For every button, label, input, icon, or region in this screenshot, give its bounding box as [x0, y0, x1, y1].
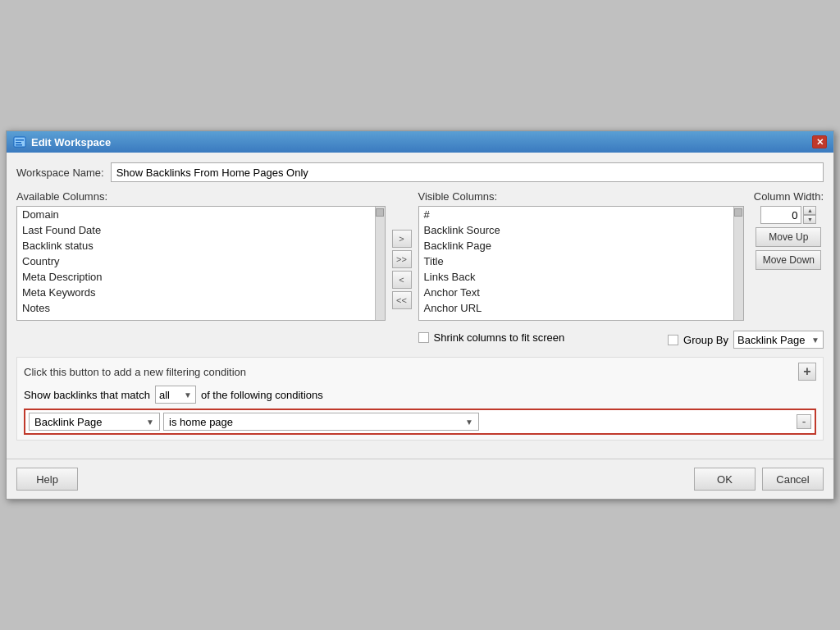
workspace-name-input[interactable]	[111, 162, 824, 182]
title-bar: Edit Workspace ✕	[7, 131, 833, 153]
available-columns-scrollbar[interactable]	[375, 207, 385, 320]
group-by-label: Group By	[683, 334, 728, 346]
move-up-button[interactable]: Move Up	[756, 227, 821, 247]
list-item[interactable]: Links Back	[419, 269, 733, 285]
group-by-checkbox[interactable]	[668, 335, 678, 345]
group-by-value: Backlink Page	[737, 334, 805, 346]
cancel-button[interactable]: Cancel	[762, 468, 824, 491]
column-width-panel: Column Width: ▲ ▼ Move Up Move Down	[747, 190, 824, 321]
move-left-all-button[interactable]: <<	[392, 291, 412, 309]
condition-row: Backlink Page ▼ is home page ▼ -	[24, 409, 816, 435]
condition-field-arrow-icon: ▼	[146, 418, 154, 427]
ok-button[interactable]: OK	[694, 468, 756, 491]
columns-section: Available Columns: Domain Last Found Dat…	[16, 190, 824, 349]
list-item[interactable]: Anchor URL	[419, 300, 733, 316]
column-width-input[interactable]	[760, 206, 801, 224]
title-bar-left: Edit Workspace	[13, 135, 111, 148]
shrink-columns-checkbox[interactable]	[418, 332, 429, 343]
window-icon	[13, 135, 26, 148]
list-item[interactable]: Backlink status	[17, 238, 375, 253]
column-width-down-button[interactable]: ▼	[803, 215, 816, 224]
list-item[interactable]: Backlink Source	[419, 222, 733, 238]
help-button[interactable]: Help	[16, 468, 78, 491]
match-dropdown[interactable]: all ▼	[155, 386, 196, 404]
column-width-up-button[interactable]: ▲	[803, 206, 816, 215]
list-item[interactable]: #	[419, 207, 733, 222]
move-right-all-button[interactable]: >>	[392, 250, 412, 268]
workspace-name-row: Workspace Name:	[16, 162, 824, 182]
filter-header-text: Click this button to add a new filtering…	[24, 366, 246, 378]
shrink-columns-row: Shrink columns to fit screen	[418, 331, 565, 344]
visible-columns-panel: Visible Columns: # Backlink Source Backl…	[418, 190, 744, 321]
svg-rect-1	[16, 139, 24, 141]
match-value: all	[159, 389, 170, 401]
filter-row-top: Show backlinks that match all ▼ of the f…	[24, 386, 816, 404]
condition-operator-arrow-icon: ▼	[465, 418, 473, 427]
visible-columns-label: Visible Columns:	[418, 190, 744, 203]
main-content: Workspace Name: Available Columns: Domai…	[7, 153, 833, 459]
column-width-label: Column Width:	[754, 190, 824, 203]
move-down-button[interactable]: Move Down	[756, 250, 821, 270]
svg-rect-2	[16, 142, 21, 144]
window-title: Edit Workspace	[31, 136, 111, 148]
filter-section: Click this button to add a new filtering…	[16, 357, 824, 441]
condition-operator-dropdown[interactable]: is home page ▼	[163, 413, 479, 431]
condition-field-value: Backlink Page	[34, 416, 102, 428]
move-right-one-button[interactable]: >	[392, 230, 412, 248]
list-item[interactable]: Title	[419, 253, 733, 269]
close-button[interactable]: ✕	[812, 135, 827, 148]
of-label: of the following conditions	[201, 389, 323, 401]
visible-columns-scrollbar[interactable]	[733, 207, 743, 320]
available-columns-content: Domain Last Found Date Backlink status C…	[17, 207, 375, 320]
available-columns-list: Domain Last Found Date Backlink status C…	[16, 206, 386, 321]
list-item[interactable]: Country	[17, 253, 375, 269]
column-width-spinner: ▲ ▼	[803, 206, 816, 224]
move-left-one-button[interactable]: <	[392, 271, 412, 289]
list-item[interactable]: Anchor Text	[419, 285, 733, 300]
list-item[interactable]: Notes	[17, 300, 375, 316]
right-panel-inner: Visible Columns: # Backlink Source Backl…	[418, 190, 824, 321]
match-arrow-icon: ▼	[184, 390, 192, 399]
footer-right: OK Cancel	[694, 468, 824, 491]
group-by-dropdown[interactable]: Backlink Page ▼	[733, 331, 824, 349]
condition-field-dropdown[interactable]: Backlink Page ▼	[29, 413, 160, 431]
filter-header: Click this button to add a new filtering…	[24, 363, 816, 381]
available-columns-label: Available Columns:	[16, 190, 386, 203]
shrink-columns-label: Shrink columns to fit screen	[434, 331, 565, 344]
footer: Help OK Cancel	[7, 459, 833, 499]
list-item[interactable]: Last Found Date	[17, 222, 375, 238]
visible-columns-list: # Backlink Source Backlink Page Title Li…	[418, 206, 744, 321]
add-condition-button[interactable]: +	[798, 363, 816, 381]
visible-columns-content: # Backlink Source Backlink Page Title Li…	[419, 207, 733, 320]
workspace-name-label: Workspace Name:	[16, 167, 104, 179]
group-by-row: Group By Backlink Page ▼	[668, 326, 824, 349]
show-label: Show backlinks that match	[24, 389, 150, 401]
list-item[interactable]: Backlink Page	[419, 238, 733, 253]
group-by-arrow-icon: ▼	[811, 336, 819, 345]
available-columns-panel: Available Columns: Domain Last Found Dat…	[16, 190, 386, 349]
list-item[interactable]: Meta Keywords	[17, 285, 375, 300]
column-width-input-row: ▲ ▼	[760, 206, 816, 224]
right-panel: Visible Columns: # Backlink Source Backl…	[418, 190, 824, 349]
remove-condition-button[interactable]: -	[797, 414, 811, 429]
svg-rect-3	[16, 144, 22, 146]
condition-value-input[interactable]	[482, 413, 793, 431]
list-item[interactable]: Meta Description	[17, 269, 375, 285]
list-item[interactable]: Domain	[17, 207, 375, 222]
condition-operator-value: is home page	[169, 416, 233, 428]
column-arrows-panel: > >> < <<	[389, 190, 415, 349]
edit-workspace-dialog: Edit Workspace ✕ Workspace Name: Availab…	[6, 130, 834, 500]
